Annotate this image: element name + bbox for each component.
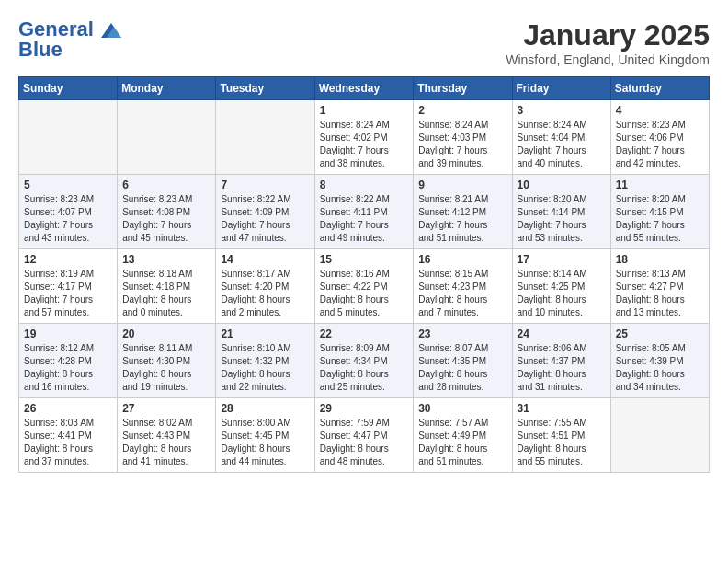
calendar-day-cell: 21Sunrise: 8:10 AM Sunset: 4:32 PM Dayli…	[216, 324, 314, 398]
day-number: 23	[418, 327, 506, 340]
day-info: Sunrise: 8:22 AM Sunset: 4:09 PM Dayligh…	[221, 193, 309, 245]
calendar-day-cell: 24Sunrise: 8:06 AM Sunset: 4:37 PM Dayli…	[512, 324, 610, 398]
day-number: 25	[616, 327, 704, 340]
day-info: Sunrise: 8:24 AM Sunset: 4:04 PM Dayligh…	[518, 119, 606, 170]
calendar-day-cell: 12Sunrise: 8:19 AM Sunset: 4:17 PM Dayli…	[19, 249, 118, 324]
calendar-day-cell: 29Sunrise: 7:59 AM Sunset: 4:47 PM Dayli…	[314, 398, 414, 473]
day-number: 16	[418, 253, 506, 266]
calendar-day-cell: 14Sunrise: 8:17 AM Sunset: 4:20 PM Dayli…	[216, 249, 314, 324]
title-section: January 2025 Winsford, England, United K…	[506, 18, 710, 67]
weekday-header-monday: Monday	[118, 77, 216, 100]
day-info: Sunrise: 8:23 AM Sunset: 4:06 PM Dayligh…	[616, 119, 704, 170]
day-number: 12	[24, 253, 112, 266]
calendar-week-row: 26Sunrise: 8:03 AM Sunset: 4:41 PM Dayli…	[19, 398, 710, 473]
weekday-header-thursday: Thursday	[414, 77, 512, 100]
day-info: Sunrise: 7:55 AM Sunset: 4:51 PM Dayligh…	[518, 417, 606, 468]
logo-icon	[101, 23, 121, 38]
day-number: 6	[122, 178, 210, 191]
calendar-day-cell: 18Sunrise: 8:13 AM Sunset: 4:27 PM Dayli…	[610, 249, 709, 324]
day-info: Sunrise: 8:14 AM Sunset: 4:25 PM Dayligh…	[518, 268, 606, 319]
day-number: 1	[320, 104, 409, 117]
logo: General Blue	[18, 18, 121, 61]
calendar-day-cell: 6Sunrise: 8:23 AM Sunset: 4:08 PM Daylig…	[118, 175, 216, 249]
day-info: Sunrise: 7:57 AM Sunset: 4:49 PM Dayligh…	[418, 417, 506, 468]
day-info: Sunrise: 8:02 AM Sunset: 4:43 PM Dayligh…	[122, 417, 210, 468]
calendar-day-cell: 10Sunrise: 8:20 AM Sunset: 4:14 PM Dayli…	[512, 175, 610, 249]
weekday-header-sunday: Sunday	[19, 77, 118, 100]
calendar-day-cell: 13Sunrise: 8:18 AM Sunset: 4:18 PM Dayli…	[118, 249, 216, 324]
day-info: Sunrise: 8:06 AM Sunset: 4:37 PM Dayligh…	[518, 342, 606, 394]
day-info: Sunrise: 8:21 AM Sunset: 4:12 PM Dayligh…	[418, 193, 506, 245]
day-number: 24	[518, 327, 606, 340]
calendar-day-cell: 25Sunrise: 8:05 AM Sunset: 4:39 PM Dayli…	[610, 324, 709, 398]
calendar-day-cell: 17Sunrise: 8:14 AM Sunset: 4:25 PM Dayli…	[512, 249, 610, 324]
calendar-day-cell: 20Sunrise: 8:11 AM Sunset: 4:30 PM Dayli…	[118, 324, 216, 398]
calendar-day-cell	[19, 100, 118, 175]
calendar-day-cell: 11Sunrise: 8:20 AM Sunset: 4:15 PM Dayli…	[610, 175, 709, 249]
calendar-day-cell: 16Sunrise: 8:15 AM Sunset: 4:23 PM Dayli…	[414, 249, 512, 324]
calendar-day-cell: 4Sunrise: 8:23 AM Sunset: 4:06 PM Daylig…	[610, 100, 709, 175]
day-info: Sunrise: 8:05 AM Sunset: 4:39 PM Dayligh…	[616, 342, 704, 394]
location: Winsford, England, United Kingdom	[506, 52, 710, 67]
calendar-week-row: 12Sunrise: 8:19 AM Sunset: 4:17 PM Dayli…	[19, 249, 710, 324]
day-info: Sunrise: 8:15 AM Sunset: 4:23 PM Dayligh…	[418, 268, 506, 319]
calendar-day-cell: 31Sunrise: 7:55 AM Sunset: 4:51 PM Dayli…	[512, 398, 610, 473]
calendar-day-cell: 19Sunrise: 8:12 AM Sunset: 4:28 PM Dayli…	[19, 324, 118, 398]
logo-line2: Blue	[18, 39, 121, 61]
day-number: 3	[518, 104, 606, 117]
day-number: 14	[221, 253, 309, 266]
day-number: 11	[616, 178, 704, 191]
calendar-day-cell: 22Sunrise: 8:09 AM Sunset: 4:34 PM Dayli…	[314, 324, 414, 398]
calendar-day-cell: 30Sunrise: 7:57 AM Sunset: 4:49 PM Dayli…	[414, 398, 512, 473]
day-number: 31	[518, 402, 606, 415]
calendar-table: SundayMondayTuesdayWednesdayThursdayFrid…	[18, 76, 710, 473]
day-info: Sunrise: 8:10 AM Sunset: 4:32 PM Dayligh…	[221, 342, 309, 394]
calendar-day-cell: 1Sunrise: 8:24 AM Sunset: 4:02 PM Daylig…	[314, 100, 414, 175]
calendar-day-cell: 15Sunrise: 8:16 AM Sunset: 4:22 PM Dayli…	[314, 249, 414, 324]
day-number: 15	[320, 253, 409, 266]
day-number: 17	[518, 253, 606, 266]
day-number: 30	[418, 402, 506, 415]
calendar-day-cell: 23Sunrise: 8:07 AM Sunset: 4:35 PM Dayli…	[414, 324, 512, 398]
day-info: Sunrise: 8:16 AM Sunset: 4:22 PM Dayligh…	[320, 268, 409, 319]
calendar-week-row: 5Sunrise: 8:23 AM Sunset: 4:07 PM Daylig…	[19, 175, 710, 249]
day-number: 29	[320, 402, 409, 415]
day-info: Sunrise: 8:00 AM Sunset: 4:45 PM Dayligh…	[221, 417, 309, 468]
day-info: Sunrise: 8:20 AM Sunset: 4:15 PM Dayligh…	[616, 193, 704, 245]
calendar-day-cell: 9Sunrise: 8:21 AM Sunset: 4:12 PM Daylig…	[414, 175, 512, 249]
day-number: 10	[518, 178, 606, 191]
calendar-day-cell: 8Sunrise: 8:22 AM Sunset: 4:11 PM Daylig…	[314, 175, 414, 249]
day-info: Sunrise: 8:24 AM Sunset: 4:02 PM Dayligh…	[320, 119, 409, 170]
day-info: Sunrise: 8:23 AM Sunset: 4:08 PM Dayligh…	[122, 193, 210, 245]
day-number: 9	[418, 178, 506, 191]
day-number: 20	[122, 327, 210, 340]
calendar-day-cell	[216, 100, 314, 175]
calendar-day-cell	[610, 398, 709, 473]
calendar-week-row: 19Sunrise: 8:12 AM Sunset: 4:28 PM Dayli…	[19, 324, 710, 398]
day-number: 19	[24, 327, 112, 340]
calendar-day-cell	[118, 100, 216, 175]
day-number: 26	[24, 402, 112, 415]
weekday-header-friday: Friday	[512, 77, 610, 100]
day-info: Sunrise: 8:22 AM Sunset: 4:11 PM Dayligh…	[320, 193, 409, 245]
page-header: General Blue January 2025 Winsford, Engl…	[18, 18, 710, 67]
day-info: Sunrise: 8:18 AM Sunset: 4:18 PM Dayligh…	[122, 268, 210, 319]
day-info: Sunrise: 8:23 AM Sunset: 4:07 PM Dayligh…	[24, 193, 112, 245]
day-number: 8	[320, 178, 409, 191]
weekday-header-saturday: Saturday	[610, 77, 709, 100]
day-info: Sunrise: 8:07 AM Sunset: 4:35 PM Dayligh…	[418, 342, 506, 394]
day-info: Sunrise: 8:17 AM Sunset: 4:20 PM Dayligh…	[221, 268, 309, 319]
day-number: 27	[122, 402, 210, 415]
weekday-header-wednesday: Wednesday	[314, 77, 414, 100]
day-number: 5	[24, 178, 112, 191]
day-info: Sunrise: 8:11 AM Sunset: 4:30 PM Dayligh…	[122, 342, 210, 394]
day-info: Sunrise: 8:12 AM Sunset: 4:28 PM Dayligh…	[24, 342, 112, 394]
day-info: Sunrise: 8:24 AM Sunset: 4:03 PM Dayligh…	[418, 119, 506, 170]
day-info: Sunrise: 8:20 AM Sunset: 4:14 PM Dayligh…	[518, 193, 606, 245]
day-number: 4	[616, 104, 704, 117]
calendar-day-cell: 27Sunrise: 8:02 AM Sunset: 4:43 PM Dayli…	[118, 398, 216, 473]
day-info: Sunrise: 7:59 AM Sunset: 4:47 PM Dayligh…	[320, 417, 409, 468]
day-info: Sunrise: 8:09 AM Sunset: 4:34 PM Dayligh…	[320, 342, 409, 394]
calendar-week-row: 1Sunrise: 8:24 AM Sunset: 4:02 PM Daylig…	[19, 100, 710, 175]
day-info: Sunrise: 8:19 AM Sunset: 4:17 PM Dayligh…	[24, 268, 112, 319]
